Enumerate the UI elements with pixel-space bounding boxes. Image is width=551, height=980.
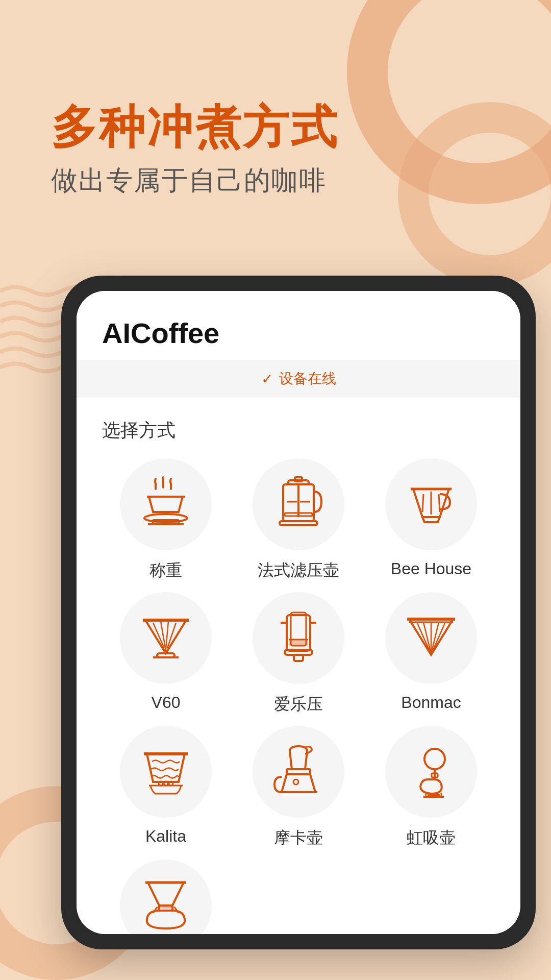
method-icon-syphon [385, 726, 477, 818]
status-online-icon: ✓ [261, 371, 273, 387]
svg-point-49 [424, 749, 445, 769]
app-header: AICoffee [77, 291, 520, 360]
method-label-syphon: 虹吸壶 [407, 827, 456, 849]
phone-screen: AICoffee ✓ 设备在线 选择方式 [77, 291, 520, 934]
sub-title: 做出专属于自己的咖啡 [51, 163, 339, 199]
method-item-kalita[interactable]: Kalita [102, 726, 230, 849]
method-item-syphon[interactable]: 虹吸壶 [367, 726, 495, 849]
svg-point-47 [293, 779, 298, 785]
method-item-moka-pot[interactable]: 摩卡壶 [235, 726, 362, 849]
method-item-aeropress[interactable]: 爱乐压 [235, 592, 362, 716]
method-icon-scale [120, 458, 212, 550]
svg-rect-29 [294, 655, 303, 661]
svg-line-18 [439, 494, 440, 512]
svg-line-16 [422, 494, 423, 512]
selection-section: 选择方式 [77, 398, 520, 934]
phone-mockup: AICoffee ✓ 设备在线 选择方式 [61, 276, 536, 949]
method-label-french-press: 法式滤压壶 [258, 559, 339, 582]
method-icon-bonmac [385, 592, 477, 684]
method-label-bonmac: Bonmac [401, 693, 461, 712]
method-icon-aeropress [253, 592, 344, 684]
status-bar: ✓ 设备在线 [77, 360, 520, 398]
svg-rect-12 [280, 521, 317, 525]
status-text: 设备在线 [279, 369, 336, 388]
section-title: 选择方式 [102, 418, 495, 443]
main-title: 多种冲煮方式 [51, 102, 339, 153]
method-label-scale: 称重 [149, 559, 182, 582]
method-item-v60[interactable]: V60 [102, 592, 230, 716]
method-icon-kalita [120, 726, 212, 818]
method-item-bee-house[interactable]: Bee House [367, 458, 495, 582]
method-item-bonmac[interactable]: Bonmac [367, 592, 495, 716]
method-label-v60: V60 [152, 693, 181, 712]
method-item-chemex[interactable]: Chemex [102, 860, 230, 934]
method-icon-v60 [120, 592, 212, 684]
method-label-moka-pot: 摩卡壶 [274, 827, 323, 849]
method-icon-bee-house [385, 458, 477, 550]
svg-rect-32 [289, 640, 308, 646]
method-icon-chemex [120, 860, 212, 934]
method-label-aeropress: 爱乐压 [274, 693, 323, 716]
app-title: AICoffee [102, 316, 495, 350]
method-item-french-press[interactable]: 法式滤压壶 [235, 458, 362, 582]
svg-rect-58 [157, 905, 174, 909]
method-icon-french-press [253, 458, 344, 550]
header-section: 多种冲煮方式 做出专属于自己的咖啡 [51, 102, 339, 199]
method-label-bee-house: Bee House [391, 559, 471, 578]
method-icon-moka-pot [253, 726, 344, 818]
method-item-scale[interactable]: 称重 [102, 458, 230, 582]
method-label-kalita: Kalita [145, 827, 186, 846]
methods-grid: 称重 [102, 458, 495, 934]
